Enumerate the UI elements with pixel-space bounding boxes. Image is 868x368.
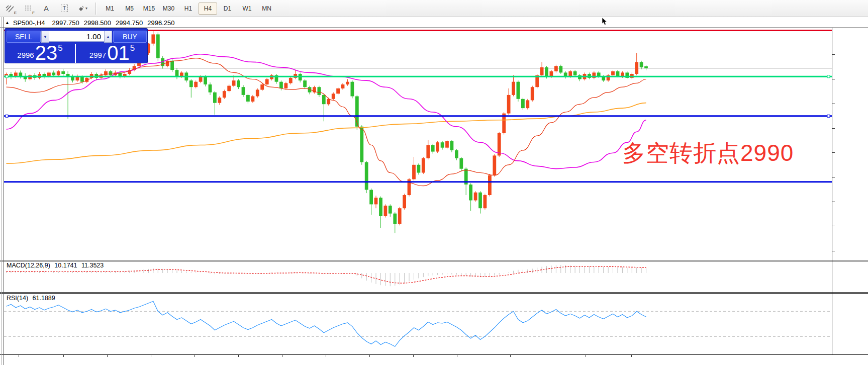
tf-button-H1[interactable]: H1 (179, 3, 198, 15)
one-click-toggle-icon[interactable]: ▲ (5, 20, 10, 25)
candle-body (260, 84, 264, 90)
candle-body (52, 72, 55, 75)
tf-button-M15[interactable]: M15 (140, 3, 158, 15)
volume-stepper: ▼ ▲ (41, 31, 112, 42)
text-box-tool-icon[interactable]: T (56, 2, 72, 16)
candle-body (379, 198, 382, 216)
candle-body (318, 87, 321, 95)
candle-body (213, 93, 217, 103)
candle-body (332, 94, 335, 99)
candle-body (232, 80, 236, 86)
sell-button[interactable]: SELL (7, 31, 41, 43)
buy-price-main: 01 (107, 44, 130, 61)
sell-price-display[interactable]: 2996 23 5 (5, 44, 76, 63)
buy-button[interactable]: BUY (113, 31, 147, 43)
candle-body (389, 206, 392, 214)
sell-price-prefix: 2996 (17, 51, 34, 59)
volume-increase-button[interactable]: ▲ (104, 31, 112, 43)
candle-body (517, 82, 520, 99)
rsi-value: 61.1889 (33, 295, 55, 302)
candle-body (431, 145, 435, 152)
candle-body (104, 71, 108, 75)
candle-body (189, 80, 193, 87)
candle-body (398, 208, 402, 224)
hatch-e-tool-icon[interactable]: E (2, 2, 18, 16)
candle-body (374, 198, 378, 204)
candle-body (488, 175, 492, 195)
candle-body (284, 83, 288, 88)
toolbar-separator (95, 3, 96, 15)
candle-body (242, 87, 245, 95)
volume-decrease-button[interactable]: ▼ (41, 31, 49, 43)
candle-body (279, 82, 283, 88)
arrow-tools-icon[interactable]: ▾ (74, 2, 90, 16)
candle-body (521, 99, 525, 108)
sell-price-sup: 5 (58, 43, 62, 53)
macd-main-value: 10.1741 (54, 262, 77, 269)
hline-handle (827, 115, 830, 117)
candle-body (493, 155, 496, 175)
tf-button-MN[interactable]: MN (257, 3, 276, 15)
candle-body (57, 71, 60, 75)
ohlc-open: 2997.750 (52, 19, 79, 27)
candle-body (450, 141, 454, 150)
candle-body (478, 193, 482, 208)
candle-body (351, 82, 354, 97)
sell-price-main: 23 (35, 44, 58, 61)
ohlc-high: 2998.500 (84, 19, 111, 27)
candle-body (194, 82, 198, 87)
candle-body (545, 67, 548, 76)
candle-body (109, 71, 113, 75)
candle-body (223, 91, 226, 98)
candle-body (346, 82, 349, 84)
candle-body (455, 150, 458, 158)
candle-body (507, 95, 511, 114)
candle-body (256, 89, 259, 96)
candle-body (170, 61, 174, 70)
chart-header: ▲ SP500-,H4 2997.750 2998.500 2994.750 2… (5, 19, 179, 27)
tf-button-M1[interactable]: M1 (101, 3, 119, 15)
tf-button-W1[interactable]: W1 (238, 3, 256, 15)
volume-input[interactable] (49, 31, 104, 42)
grid-f-tool-icon[interactable]: F (20, 2, 36, 16)
drawing-tools: EFAT▾ (0, 2, 90, 16)
hline-handle (6, 75, 8, 78)
chart-text-annotation[interactable]: 多空转折点2990 (622, 138, 794, 169)
candle-body (218, 98, 221, 103)
candle-body (156, 34, 160, 58)
mt4-chart-window: EFAT▾ M1M5M15M30H1H4D1W1MN ▲ SP500-,H4 2… (0, 0, 868, 368)
tf-button-D1[interactable]: D1 (218, 3, 237, 15)
candle-body (237, 80, 240, 87)
hline-handle (827, 75, 830, 78)
candle-body (512, 82, 515, 95)
candle-body (384, 206, 388, 216)
candle-body (80, 76, 84, 82)
one-click-trading-panel: SELL ▼ ▲ BUY 2996 23 5 2997 01 5 (5, 29, 147, 63)
candle-body (412, 165, 416, 179)
candle-body (151, 34, 155, 43)
text-label-tool-icon[interactable]: A (38, 2, 54, 16)
macd-name: MACD(12,26,9) (7, 262, 50, 269)
candle-body (251, 97, 255, 102)
candle-body (289, 78, 293, 83)
buy-price-display[interactable]: 2997 01 5 (77, 44, 147, 63)
candle-body (209, 84, 212, 93)
candle-body (554, 66, 558, 71)
ohlc-close: 2996.250 (147, 19, 174, 27)
candle-body (393, 214, 397, 224)
tf-button-M5[interactable]: M5 (120, 3, 139, 15)
candle-body (635, 62, 638, 74)
candle-body (531, 87, 534, 100)
timeframe-buttons: M1M5M15M30H1H4D1W1MN (100, 3, 276, 15)
ohlc-low: 2994.750 (116, 19, 143, 27)
candle-body (360, 127, 363, 162)
candle-body (147, 44, 150, 53)
candle-body (436, 142, 439, 151)
candle-body (426, 145, 430, 158)
buy-price-prefix: 2997 (89, 51, 106, 59)
candle-body (644, 66, 648, 68)
candle-body (61, 71, 65, 74)
tf-button-M30[interactable]: M30 (159, 3, 178, 15)
candle-body (204, 76, 207, 84)
tf-button-H4[interactable]: H4 (199, 3, 217, 15)
